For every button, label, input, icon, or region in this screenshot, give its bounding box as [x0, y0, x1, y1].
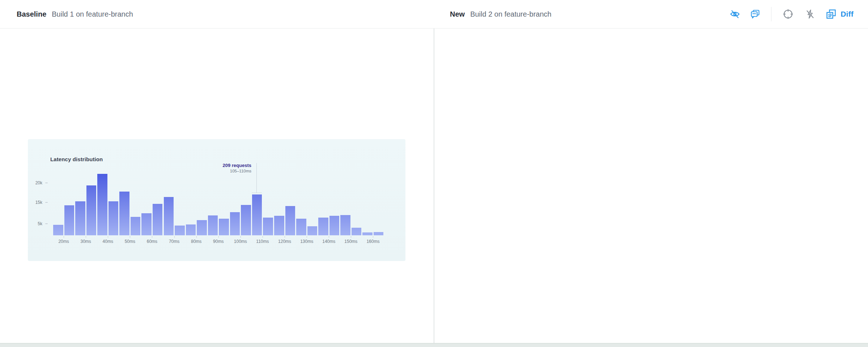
- histogram-bar: [175, 226, 185, 235]
- histogram-bar: [263, 218, 273, 235]
- histogram-bar: [230, 212, 240, 235]
- histogram-bar: [109, 201, 119, 235]
- histogram-bar: [64, 205, 75, 235]
- x-axis-label: 110ms: [256, 239, 269, 244]
- new-build-title: Build 2 on feature-branch: [470, 10, 552, 18]
- baseline-panel: Latency distribution 209 requests 105–11…: [0, 29, 434, 343]
- x-axis-label: 90ms: [213, 239, 224, 244]
- histogram-bars: [53, 139, 384, 235]
- annotation-bar-tick: [252, 193, 262, 193]
- x-axis-tick: [152, 236, 152, 238]
- x-axis-label: 30ms: [80, 239, 91, 244]
- histogram-bar: [307, 226, 318, 235]
- histogram-bar: [208, 215, 218, 235]
- histogram-bar: [164, 197, 174, 235]
- annotation-value: 209 requests: [180, 162, 251, 168]
- x-axis-tick: [130, 236, 130, 238]
- baseline-build-title: Build 1 on feature-branch: [52, 10, 133, 18]
- x-axis-tick: [373, 236, 373, 238]
- histogram-bar: [285, 206, 295, 235]
- x-axis-label: 140ms: [322, 239, 335, 244]
- histogram-bar: [374, 232, 384, 235]
- baseline-snapshot-card[interactable]: Latency distribution 209 requests 105–11…: [28, 139, 405, 261]
- x-axis-tick: [263, 236, 263, 238]
- histogram-bar: [274, 216, 284, 235]
- x-axis-tick: [108, 236, 108, 238]
- x-axis-tick: [174, 236, 175, 238]
- y-axis-label: 5k: [30, 221, 42, 226]
- histogram-bar: [241, 205, 251, 235]
- crosshair-circle-icon[interactable]: [783, 9, 793, 20]
- baseline-pane-header: Baseline Build 1 on feature-branch: [17, 0, 133, 28]
- histogram-bar: [86, 185, 97, 235]
- x-axis-label: 70ms: [169, 239, 179, 244]
- x-axis-tick: [329, 236, 329, 238]
- annotation-text: 209 requests 105–110ms: [180, 162, 251, 174]
- histogram-bar: [75, 201, 85, 235]
- histogram-bar: [252, 194, 262, 235]
- histogram-bar: [131, 217, 141, 235]
- x-axis-label: 60ms: [147, 239, 157, 244]
- toolbar-divider: [771, 7, 771, 21]
- x-axis-tick: [218, 236, 219, 238]
- flash-off-icon[interactable]: [805, 9, 815, 19]
- histogram-bar: [197, 220, 207, 235]
- histogram-bar: [352, 228, 362, 235]
- histogram-bar: [53, 225, 63, 235]
- x-axis-label: 150ms: [344, 239, 357, 244]
- histogram-bar: [153, 204, 163, 235]
- histogram-bar: [318, 218, 328, 235]
- diff-toggle[interactable]: Diff: [841, 10, 854, 18]
- histogram-bar: [329, 216, 340, 235]
- x-axis-label: 130ms: [300, 239, 313, 244]
- histogram-bar: [296, 219, 306, 235]
- histogram-bar: [219, 219, 229, 235]
- x-axis-tick: [285, 236, 285, 238]
- y-axis-tick: [45, 183, 48, 183]
- x-axis-label: 40ms: [103, 239, 113, 244]
- histogram-bar: [141, 213, 152, 235]
- x-axis-tick: [86, 236, 86, 238]
- x-axis-label: 120ms: [278, 239, 291, 244]
- eye-off-icon[interactable]: [730, 9, 740, 19]
- new-label: New: [450, 10, 465, 18]
- new-pane-header: New Build 2 on feature-branch: [450, 0, 552, 28]
- x-axis-label: 20ms: [58, 239, 69, 244]
- overlapping-squares-hatched-icon[interactable]: [826, 9, 836, 19]
- histogram-bar: [340, 215, 350, 235]
- y-axis-tick: [45, 223, 48, 224]
- histogram-bar: [119, 192, 129, 235]
- annotation-leader-line: [256, 163, 257, 193]
- new-panel: LatencyRequestdistribution 209 requests …: [434, 29, 868, 343]
- y-axis-label: 15k: [30, 200, 42, 205]
- x-axis-label: 50ms: [125, 239, 135, 244]
- snapshot-toolbar: Diff: [730, 0, 854, 28]
- baseline-label: Baseline: [17, 10, 46, 18]
- y-axis-tick: [45, 202, 48, 203]
- x-axis-label: 100ms: [234, 239, 247, 244]
- y-axis-label: 20k: [30, 180, 42, 185]
- x-axis-tick: [307, 236, 307, 238]
- x-axis-tick: [351, 236, 351, 238]
- histogram-bar: [362, 232, 373, 235]
- bottom-strip: [0, 343, 868, 347]
- x-axis-label: 80ms: [191, 239, 201, 244]
- histogram-bar: [186, 224, 196, 235]
- annotation-range: 105–110ms: [180, 168, 251, 174]
- histogram-bar: [97, 174, 107, 235]
- x-axis-tick: [64, 236, 64, 238]
- x-axis-tick: [196, 236, 197, 238]
- comparison-header: Baseline Build 1 on feature-branch New B…: [0, 0, 868, 29]
- x-axis-label: 160ms: [366, 239, 379, 244]
- x-axis-tick: [241, 236, 241, 238]
- comments-icon[interactable]: [750, 9, 760, 19]
